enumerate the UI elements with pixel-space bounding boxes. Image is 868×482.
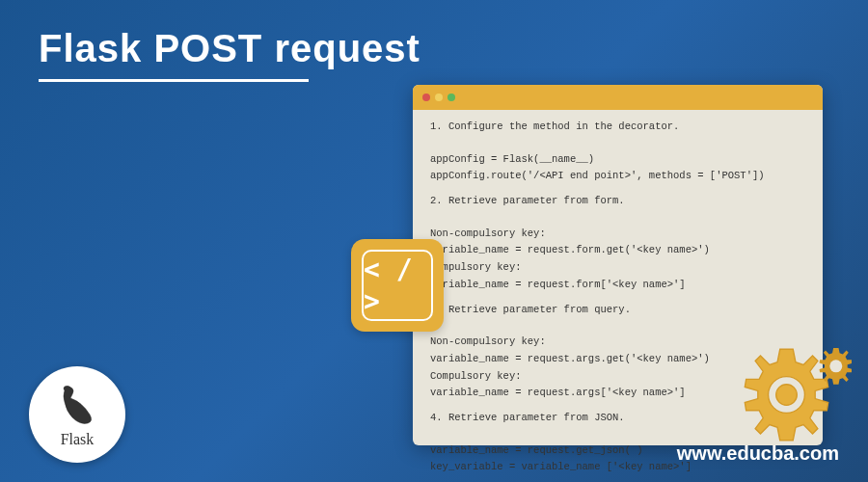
gear-icon: [721, 330, 852, 460]
window-minimize-icon: [435, 94, 443, 101]
code-heading: 2. Retrieve parameter from form.: [430, 194, 805, 209]
window-maximize-icon: [448, 94, 455, 101]
page-title: Flask POST request: [39, 27, 420, 70]
code-heading: 1. Configure the method in the decorator…: [430, 120, 805, 135]
code-line: variable_name = request.form['<key name>…: [430, 278, 805, 293]
code-line: appConfig = Flask(__name__): [430, 152, 805, 168]
website-url: www.educba.com: [677, 442, 839, 465]
flask-logo: Flask: [29, 366, 125, 463]
code-line: variable_name = request.form.get('<key n…: [430, 243, 805, 258]
code-line: Non-compulsory key:: [430, 227, 805, 242]
code-badge: < / >: [351, 239, 444, 332]
code-line: appConfig.route('/<API end point>', meth…: [430, 169, 805, 184]
flask-horn-icon: [53, 381, 101, 429]
flask-logo-text: Flask: [61, 431, 95, 448]
code-heading: 3. Retrieve parameter from query.: [430, 303, 805, 318]
window-close-icon: [422, 94, 430, 101]
svg-point-1: [776, 385, 798, 406]
svg-point-2: [829, 360, 842, 372]
code-icon: < / >: [362, 250, 433, 321]
title-underline: [39, 79, 309, 82]
code-line: Compulsory key:: [430, 260, 805, 276]
window-titlebar: [413, 85, 823, 110]
